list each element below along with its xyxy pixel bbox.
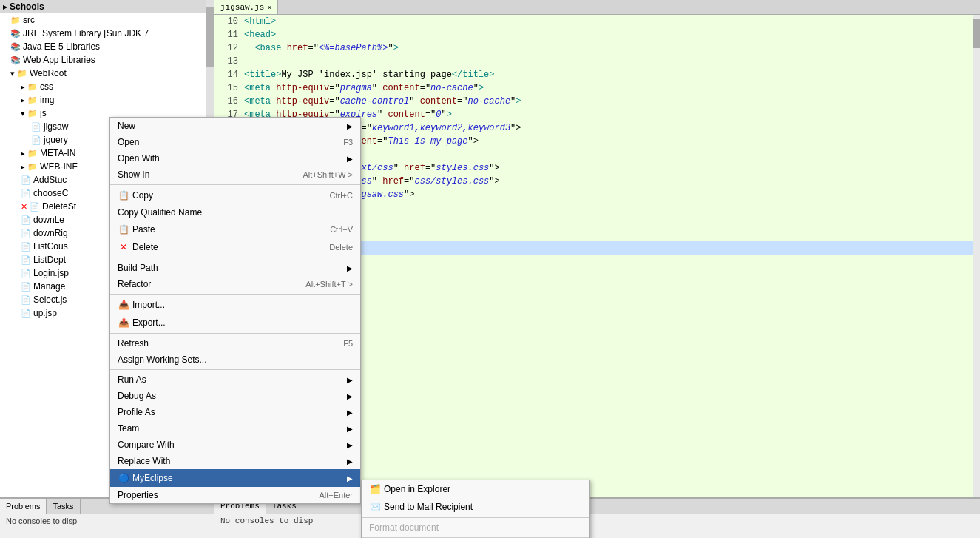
tree-item-img[interactable]: ▸ 📁 img: [0, 93, 214, 107]
ctx-compare-with[interactable]: Compare With ▶: [110, 437, 360, 453]
ctx-replace-with-label: Replace With: [118, 456, 170, 466]
ctx-properties-shortcut: Alt+Enter: [319, 491, 353, 500]
webapp-icon: 📚: [10, 56, 21, 65]
deletes-file-icon: 📄: [30, 202, 40, 212]
myeclipse-submenu[interactable]: 🗂️ Open in Explorer ✉️ Send to Mail Reci…: [361, 480, 590, 538]
ctx-import[interactable]: 📥 Import...: [110, 296, 360, 314]
tab-close-icon[interactable]: ✕: [267, 3, 271, 12]
webinf-icon: ▸ 📁: [21, 162, 38, 172]
ctx-build-path-label: Build Path: [118, 263, 158, 273]
editor-tab-jigsaw[interactable]: jigsaw.js ✕: [214, 0, 278, 14]
tree-label-listdept: ListDept: [33, 255, 66, 265]
ctx-export[interactable]: 📤 Export...: [110, 314, 360, 332]
tree-label-choosec: chooseC: [33, 188, 68, 198]
ctx-compare-with-label: Compare With: [118, 440, 175, 450]
ctx-team-label: Team: [118, 423, 139, 434]
sub-open-explorer[interactable]: 🗂️ Open in Explorer: [362, 480, 589, 498]
line-num-11: 11: [217, 28, 238, 41]
open-explorer-icon: 🗂️: [369, 483, 381, 495]
tree-item-javaee[interactable]: 📚 Java EE 5 Libraries: [0, 40, 214, 53]
line-content-15: <meta http-equiv="pragma" content="no-ca…: [244, 81, 484, 95]
webroot-icon: ▾: [10, 69, 15, 78]
ctx-new[interactable]: New ▶: [110, 118, 360, 134]
jquery-file-icon: 📄: [31, 135, 41, 145]
tree-scrollbar-thumb[interactable]: [206, 7, 214, 67]
tree-item-src[interactable]: 📁 src: [0, 13, 214, 27]
ctx-replace-with[interactable]: Replace With ▶: [110, 453, 360, 469]
sub-send-mail-label: Send to Mail Recipient: [384, 502, 473, 512]
ctx-compare-with-arrow: ▶: [347, 441, 353, 449]
tree-label-webapp: Web App Libraries: [23, 55, 95, 65]
tree-label-deletes: DeleteSt: [42, 201, 76, 212]
tree-label-css: css: [40, 81, 53, 92]
ctx-debug-as-arrow: ▶: [347, 392, 353, 400]
ctx-sep1: [110, 184, 360, 185]
tree-label-webroot: WebRoot: [30, 68, 67, 78]
ctx-assign-working[interactable]: Assign Working Sets...: [110, 352, 360, 368]
tree-item-css[interactable]: ▸ 📁 css: [0, 80, 214, 93]
ctx-copy-qualified[interactable]: Copy Qualified Name: [110, 204, 360, 221]
sub-send-mail[interactable]: ✉️ Send to Mail Recipient: [362, 498, 589, 516]
ctx-build-path[interactable]: Build Path ▶: [110, 260, 360, 276]
ctx-myeclipse[interactable]: 🔵 MyEclipse ▶: [110, 469, 360, 487]
tab-tasks[interactable]: Tasks: [47, 499, 80, 514]
javaee-icon: 📚: [10, 42, 21, 52]
ctx-open[interactable]: Open F3: [110, 134, 360, 150]
ctx-team[interactable]: Team ▶: [110, 420, 360, 437]
ctx-profile-as-arrow: ▶: [347, 408, 353, 417]
primary-context-menu[interactable]: New ▶ Open F3 Open With ▶ Show In Alt+Sh…: [109, 117, 361, 504]
jre-icon: 📚: [10, 29, 21, 38]
ctx-properties-label: Properties: [118, 490, 158, 500]
ctx-refactor[interactable]: Refactor Alt+Shift+T >: [110, 276, 360, 292]
editor-tab-bar: jigsaw.js ✕: [214, 0, 980, 15]
listcous-icon: 📄: [21, 242, 31, 252]
tree-item-webapp[interactable]: 📚 Web App Libraries: [0, 53, 214, 67]
import-icon: 📥: [118, 299, 129, 311]
js-icon: ▾ 📁: [21, 109, 38, 118]
editor-bottom-content: No consoles to disp: [214, 514, 980, 528]
send-mail-icon: ✉️: [369, 501, 381, 513]
ctx-refactor-label: Refactor: [118, 279, 151, 289]
tree-label-select: Select.js: [33, 295, 67, 305]
editor-scrollbar[interactable]: [973, 15, 980, 538]
delete-icon: ✕: [118, 241, 129, 253]
tree-label-javaee: Java EE 5 Libraries: [23, 41, 100, 52]
line-num-16: 16: [217, 95, 238, 108]
css-icon: ▸ 📁: [21, 82, 38, 92]
tab-problems[interactable]: Problems: [0, 499, 47, 514]
tree-item-schools[interactable]: ▸ Schools: [0, 0, 214, 13]
tree-item-jre[interactable]: 📚 JRE System Library [Sun JDK 7: [0, 27, 214, 40]
ctx-run-as-label: Run As: [118, 374, 146, 385]
line-num-12: 12: [217, 41, 238, 55]
sub-format-doc-label: Format document: [369, 522, 439, 533]
tree-item-webroot[interactable]: ▾ 📁 WebRoot: [0, 67, 214, 80]
ctx-run-as[interactable]: Run As ▶: [110, 371, 360, 388]
ctx-refactor-shortcut: Alt+Shift+T >: [305, 280, 353, 289]
login-icon: 📄: [21, 269, 31, 278]
code-line-13: 13: [214, 55, 980, 68]
ctx-refresh-label: Refresh: [118, 338, 149, 349]
line-num-10: 10: [217, 15, 238, 28]
editor-scrollbar-thumb[interactable]: [973, 19, 980, 48]
tree-label-addstu: AddStuc: [33, 175, 67, 185]
ctx-paste-label: Paste: [132, 224, 155, 235]
ctx-copy[interactable]: 📋 Copy Ctrl+C: [110, 186, 360, 204]
ctx-show-in[interactable]: Show In Alt+Shift+W >: [110, 167, 360, 183]
ctx-paste[interactable]: 📋 Paste Ctrl+V: [110, 221, 360, 238]
ctx-sep2: [110, 258, 360, 258]
ctx-sep5: [110, 369, 360, 370]
ctx-open-with[interactable]: Open With ▶: [110, 150, 360, 167]
ctx-debug-as[interactable]: Debug As ▶: [110, 388, 360, 404]
sub-sep1: [362, 517, 589, 518]
tree-label-listcous: ListCous: [33, 241, 68, 252]
webroot-folder-icon: 📁: [17, 69, 27, 78]
ctx-properties[interactable]: Properties Alt+Enter: [110, 487, 360, 503]
ctx-show-in-shortcut: Alt+Shift+W >: [303, 170, 353, 179]
myeclipse-icon: 🔵: [118, 472, 129, 484]
ctx-profile-as[interactable]: Profile As ▶: [110, 404, 360, 420]
ctx-delete[interactable]: ✕ Delete Delete: [110, 238, 360, 256]
ctx-refresh[interactable]: Refresh F5: [110, 335, 360, 352]
problems-tab-label: Problems: [6, 502, 40, 511]
ctx-delete-label: Delete: [132, 242, 158, 252]
export-icon: 📤: [118, 317, 129, 329]
